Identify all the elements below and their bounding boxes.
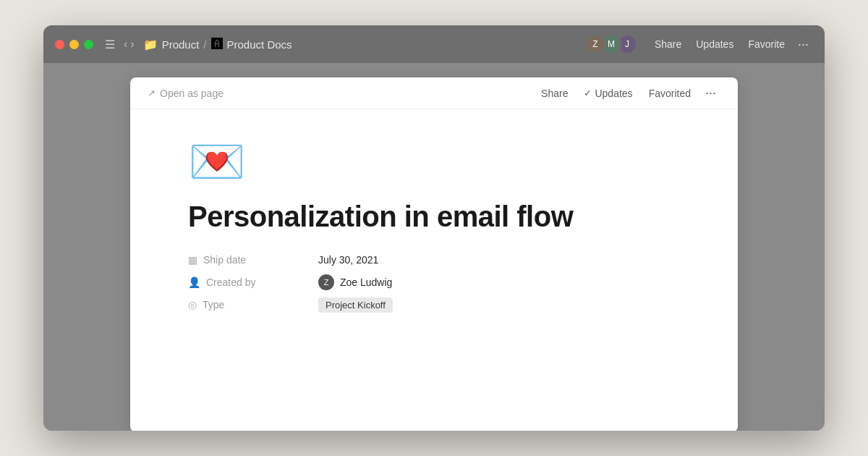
page-more-icon[interactable]: ···	[701, 84, 720, 102]
page-card: ↗ Open as page Share ✓ Updates Favorited…	[130, 77, 738, 431]
back-arrow-icon[interactable]: ‹	[124, 38, 127, 51]
child-breadcrumb-label[interactable]: Product Docs	[227, 38, 292, 51]
hamburger-icon[interactable]: ☰	[105, 38, 115, 51]
creator-name: Zoe Ludwig	[340, 276, 392, 288]
parent-breadcrumb-label[interactable]: Product	[162, 38, 200, 51]
content-area: ↗ Open as page Share ✓ Updates Favorited…	[43, 63, 825, 431]
page-updates-button[interactable]: ✓ Updates	[578, 85, 638, 102]
checkmark-icon: ✓	[584, 88, 592, 98]
titlebar-actions: Z M J Share Updates Favorite ···	[585, 34, 813, 54]
share-button[interactable]: Share	[649, 35, 687, 53]
creator-avatar: Z	[318, 274, 334, 290]
open-as-page-label: Open as page	[160, 88, 224, 99]
person-icon: 👤	[188, 276, 200, 288]
type-icon: ◎	[188, 299, 197, 311]
page-updates-label: Updates	[595, 88, 632, 99]
app-window: ☰ ‹ › 📁 Product / 🅰 Product Docs Z M J S…	[43, 25, 825, 431]
open-as-page-icon: ↗	[148, 88, 156, 98]
avatar-1: Z	[585, 34, 605, 54]
page-title: Personalization in email flow	[188, 199, 680, 234]
breadcrumb-separator: /	[203, 38, 206, 51]
type-row: ◎ Type Project Kickoff	[188, 299, 680, 311]
page-favorited-button[interactable]: Favorited	[643, 85, 697, 102]
close-button[interactable]	[55, 40, 64, 49]
updates-button[interactable]: Updates	[690, 35, 739, 53]
child-page-icon: 🅰	[211, 38, 223, 51]
titlebar: ☰ ‹ › 📁 Product / 🅰 Product Docs Z M J S…	[43, 25, 825, 63]
fullscreen-button[interactable]	[84, 40, 93, 49]
favorite-button[interactable]: Favorite	[742, 35, 791, 53]
minimize-button[interactable]	[69, 40, 79, 49]
calendar-icon: ▦	[188, 254, 197, 266]
type-badge[interactable]: Project Kickoff	[318, 297, 393, 313]
page-emoji: 💌	[188, 138, 680, 185]
type-label: ◎ Type	[188, 299, 318, 311]
forward-arrow-icon[interactable]: ›	[130, 38, 134, 51]
page-toolbar-actions: Share ✓ Updates Favorited ···	[535, 84, 720, 102]
created-by-value: Z Zoe Ludwig	[318, 274, 392, 290]
properties-section: ▦ Ship date July 30, 2021 👤 Created by Z	[188, 254, 680, 311]
more-options-icon[interactable]: ···	[793, 35, 813, 54]
created-by-label: 👤 Created by	[188, 276, 318, 288]
nav-arrows: ‹ ›	[124, 38, 135, 51]
open-as-page-button[interactable]: ↗ Open as page	[148, 88, 224, 99]
parent-folder-icon: 📁	[143, 38, 158, 51]
breadcrumb: 📁 Product / 🅰 Product Docs	[143, 38, 579, 51]
ship-date-label: ▦ Ship date	[188, 254, 318, 266]
ship-date-value[interactable]: July 30, 2021	[318, 254, 378, 266]
page-content: 💌 Personalization in email flow ▦ Ship d…	[130, 109, 738, 339]
page-share-button[interactable]: Share	[535, 85, 574, 102]
type-value: Project Kickoff	[318, 299, 393, 311]
page-toolbar: ↗ Open as page Share ✓ Updates Favorited…	[130, 77, 738, 109]
collaborator-avatars: Z M J	[585, 34, 637, 54]
traffic-lights	[55, 40, 93, 49]
created-by-row: 👤 Created by Z Zoe Ludwig	[188, 274, 680, 290]
ship-date-row: ▦ Ship date July 30, 2021	[188, 254, 680, 266]
